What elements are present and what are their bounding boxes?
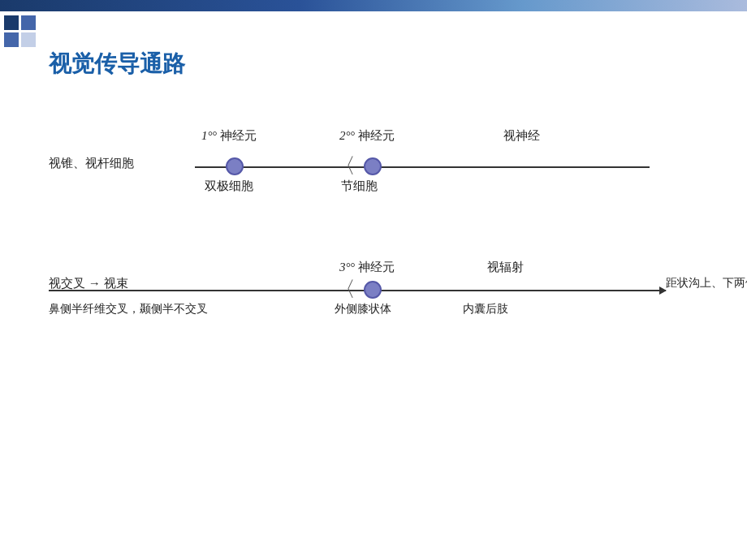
row1-hline [195,166,650,168]
node-bipolar [226,157,244,175]
node-lgn [364,281,382,299]
visual-cortex-label: 距状沟上、下两侧的视区 [666,276,747,291]
row2-arrow [641,290,666,291]
block-3 [4,32,19,47]
top-bar [0,0,747,11]
visual-nerve-label: 视神经 [503,128,540,144]
lgn-label: 外侧膝状体 [335,302,391,317]
block-2 [21,15,36,30]
bipolar-label: 双极细胞 [205,179,253,194]
bracket1: 〈 [335,156,356,177]
block-4 [21,32,36,47]
ganglion-label: 节细胞 [341,179,378,194]
block-1 [4,15,19,30]
node-ganglion [364,157,382,175]
radiation-label: 视辐射 [487,260,524,275]
bracket2: 〈 [335,279,356,300]
slide: 视觉传导通路 1°° 神经元 2°° 神经元 视神经 视锥、视杆细胞 〈 双极细… [0,0,747,560]
posterior-limb-label: 内囊后肢 [463,302,508,317]
neuron1-above-label: 1°° 神经元 [201,128,257,144]
corner-blocks [0,11,40,51]
fiber-cross-label: 鼻侧半纤维交叉，颞侧半不交叉 [49,302,208,317]
start-cell-label: 视锥、视杆细胞 [49,156,134,171]
neuron2-above-label: 2°° 神经元 [339,128,395,144]
page-title: 视觉传导通路 [49,49,185,80]
neuron3-above-label: 3°° 神经元 [339,260,395,275]
